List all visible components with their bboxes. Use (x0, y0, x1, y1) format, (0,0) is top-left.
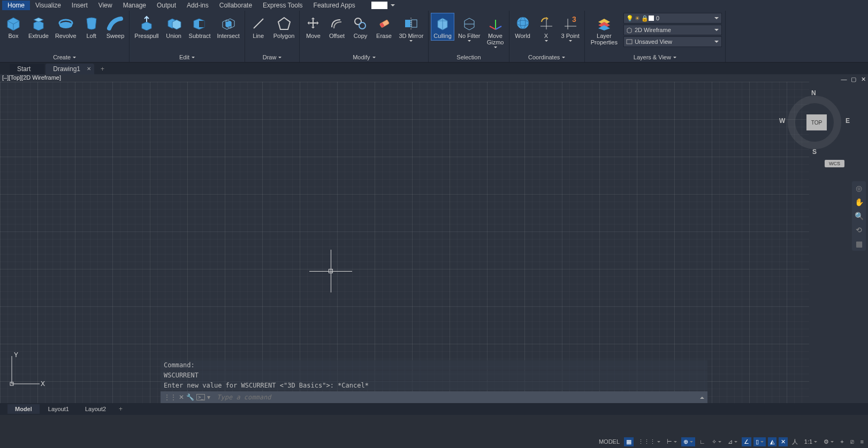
tool-offset[interactable]: Offset (325, 13, 348, 41)
tool-revolve[interactable]: Revolve (52, 13, 79, 41)
status-snap-icon[interactable]: ⋮⋮⋮ (636, 437, 663, 446)
cmd-grip-icon[interactable]: ⋮⋮ (164, 393, 177, 401)
menu-output[interactable]: Output (151, 1, 181, 10)
status-3dosnap-icon[interactable]: ◭ (768, 437, 776, 446)
menu-insert[interactable]: Insert (66, 1, 93, 10)
status-polar-icon[interactable]: ✧ (710, 437, 724, 446)
tool-loft[interactable]: Loft (80, 13, 103, 41)
orbit-icon[interactable]: ⟲ (854, 225, 864, 235)
menu-dropdown[interactable] (371, 2, 387, 9)
tool-box[interactable]: Box (2, 13, 25, 41)
compass-e[interactable]: E (846, 117, 850, 125)
menu-featuredapps[interactable]: Featured Apps (308, 1, 361, 10)
status-ortho-icon[interactable]: ∟ (697, 437, 707, 446)
status-infer-icon[interactable]: ⊢ (665, 437, 679, 446)
close-icon[interactable]: ✕ (87, 66, 91, 72)
status-grid-icon[interactable]: ▦ (624, 437, 634, 446)
tab-add-layout[interactable]: + (115, 404, 127, 414)
close-icon[interactable]: ✕ (859, 75, 867, 83)
cmd-history-up-icon[interactable] (700, 395, 704, 399)
tab-layout2[interactable]: Layout2 (78, 404, 113, 414)
tool-nofilter[interactable]: No Filter (455, 13, 483, 45)
panel-caption[interactable]: Coordinates (509, 53, 584, 62)
viewcube[interactable]: TOP N S W E (782, 90, 847, 155)
command-input[interactable] (214, 393, 707, 401)
status-otrack-icon[interactable]: ▯ (753, 437, 766, 446)
minimize-icon[interactable]: — (840, 75, 848, 83)
tool-line[interactable]: Line (247, 13, 270, 41)
status-dynamic-icon[interactable]: ⊕ (681, 437, 695, 446)
status-scale[interactable]: 1:1 (802, 437, 819, 446)
panel-caption[interactable]: Draw (245, 53, 300, 62)
svg-marker-45 (627, 28, 631, 33)
tool-x[interactable]: X (535, 13, 558, 45)
compass-w[interactable]: W (779, 117, 785, 125)
status-ucs-icon[interactable]: ⎚ (848, 437, 856, 446)
tab-layout1[interactable]: Layout1 (41, 404, 77, 414)
menu-bar: Home Visualize Insert View Manage Output… (0, 0, 868, 11)
panel-caption[interactable]: Layers & View (585, 53, 725, 62)
status-iso-icon[interactable]: ⊿ (726, 437, 740, 446)
showmotion-icon[interactable]: ▦ (854, 239, 864, 249)
svg-rect-46 (627, 40, 632, 44)
steering-wheel-icon[interactable]: ◎ (854, 183, 864, 193)
tool-erase[interactable]: Erase (372, 13, 395, 41)
viewcube-face[interactable]: TOP (806, 114, 827, 130)
svg-marker-16 (278, 18, 290, 29)
status-model[interactable]: MODEL (597, 437, 622, 446)
tool-union[interactable]: Union (163, 13, 185, 41)
panel-caption[interactable]: Create (0, 53, 129, 62)
status-lwt-icon[interactable]: ✕ (779, 437, 788, 446)
layer-dropdown[interactable]: 💡 ☀ 🔒 0 (623, 13, 722, 24)
visualstyle-dropdown[interactable]: 2D Wireframe (623, 25, 722, 35)
tool-3point[interactable]: 3 3 Point (559, 13, 582, 45)
status-plus-icon[interactable]: + (838, 437, 846, 446)
tab-drawing1[interactable]: Drawing1✕ (45, 64, 94, 74)
compass-n[interactable]: N (811, 89, 816, 97)
tool-culling[interactable]: Culling (431, 13, 454, 41)
tool-3dmirror[interactable]: 3D Mirror (396, 13, 426, 45)
panel-edit: Presspull Union Subtract Intersect Edit (130, 11, 245, 62)
menu-visualize[interactable]: Visualize (30, 1, 66, 10)
tool-intersect[interactable]: Intersect (215, 13, 242, 41)
pan-icon[interactable]: ✋ (854, 197, 864, 207)
tool-subtract[interactable]: Subtract (186, 13, 214, 41)
menu-home[interactable]: Home (2, 1, 30, 10)
tab-model[interactable]: Model (7, 404, 40, 414)
tool-sweep[interactable]: Sweep (104, 13, 127, 41)
tool-polygon[interactable]: Polygon (271, 13, 298, 41)
zoom-icon[interactable]: 🔍 (854, 211, 864, 221)
menu-view[interactable]: View (93, 1, 118, 10)
menu-manage[interactable]: Manage (118, 1, 151, 10)
tool-movegizmo[interactable]: Move Gizmo (484, 13, 507, 51)
drawing-area[interactable]: [–][Top][2D Wireframe] — ▢ ✕ TOP N S W E… (0, 74, 868, 403)
panel-caption[interactable]: Modify (300, 53, 428, 62)
tool-extrude[interactable]: Extrude (26, 13, 51, 41)
tool-presspull[interactable]: Presspull (132, 13, 161, 41)
tool-layerprops[interactable]: Layer Properties (588, 13, 620, 47)
svg-point-5 (59, 22, 72, 28)
menu-addins[interactable]: Add-ins (181, 1, 214, 10)
tool-world[interactable]: World (512, 13, 534, 41)
view-dropdown[interactable]: Unsaved View (623, 36, 722, 47)
tab-start[interactable]: Start (10, 64, 44, 74)
tool-copy[interactable]: Copy (349, 13, 371, 41)
status-customize-icon[interactable]: ≡ (858, 437, 866, 446)
tool-move[interactable]: Move (302, 13, 324, 41)
status-gear-icon[interactable]: ⚙ (821, 437, 836, 446)
maximize-icon[interactable]: ▢ (850, 75, 857, 83)
status-transp-icon[interactable]: 人 (790, 437, 800, 447)
compass-s[interactable]: S (812, 148, 817, 156)
panel-caption[interactable]: Edit (130, 53, 244, 62)
wcs-badge[interactable]: WCS (825, 160, 844, 167)
menu-expresstools[interactable]: Express Tools (257, 1, 308, 10)
cmd-wrench-icon[interactable]: 🔧 (186, 393, 194, 401)
tab-add[interactable]: + (95, 64, 110, 74)
cmd-close-icon[interactable]: ✕ (179, 393, 184, 401)
viewport-header[interactable]: [–][Top][2D Wireframe] (2, 74, 61, 81)
status-osnap-icon[interactable]: ∠ (742, 437, 751, 446)
menu-collaborate[interactable]: Collaborate (214, 1, 257, 10)
svg-marker-14 (226, 21, 231, 27)
ucs-y: Y (14, 351, 18, 359)
intersect-icon (220, 14, 237, 32)
